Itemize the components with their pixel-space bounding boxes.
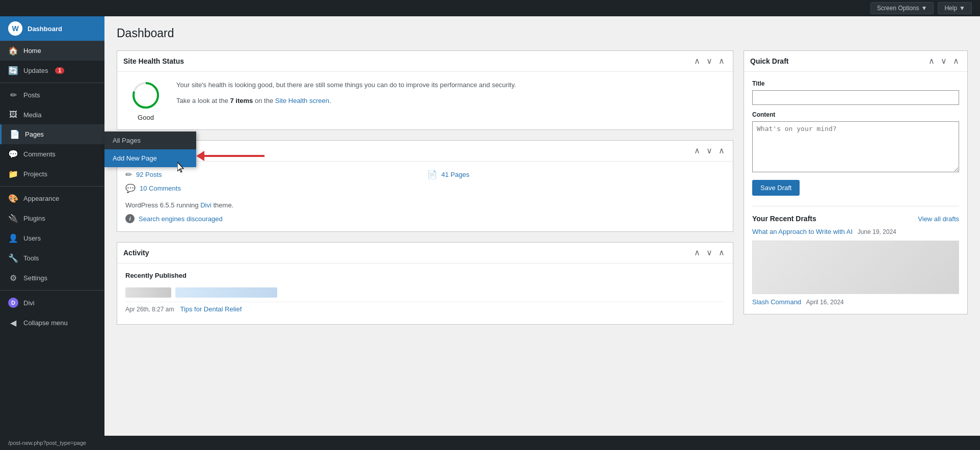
sidebar-item-tools[interactable]: 🔧 Tools: [0, 248, 104, 268]
site-health-collapse-up[interactable]: ∧: [692, 56, 702, 66]
at-a-glance-toggle[interactable]: ∧: [717, 146, 727, 156]
site-health-collapse-down[interactable]: ∨: [704, 56, 714, 66]
projects-icon: 📁: [8, 169, 18, 179]
draft-content-textarea[interactable]: [752, 121, 959, 172]
health-status-label: Good: [138, 114, 154, 121]
activity-date: Apr 26th, 8:27 am: [125, 306, 174, 313]
updates-icon: 🔄: [8, 66, 18, 75]
users-icon: 👤: [8, 233, 18, 243]
draft-item-2: Slash Command April 16, 2024: [752, 298, 959, 306]
draft-item-1: What an Approach to Write with AI June 1…: [752, 228, 959, 235]
content-label: Content: [752, 111, 959, 118]
title-label: Title: [752, 80, 959, 87]
appearance-icon: 🎨: [8, 194, 18, 203]
draft-title-input[interactable]: [752, 90, 959, 105]
left-column: Site Health Status ∧ ∨ ∧: [117, 50, 733, 335]
status-bar-url[interactable]: /post-new.php?post_type=page: [8, 440, 86, 446]
recent-drafts-title: Your Recent Drafts: [752, 215, 816, 223]
right-column: Quick Draft ∧ ∨ ∧ Title Content Save Dra…: [744, 50, 968, 325]
draft-2-title-link[interactable]: Slash Command: [752, 298, 801, 306]
site-health-screen-link[interactable]: Site Health screen: [275, 97, 329, 104]
theme-link[interactable]: Divi: [200, 201, 211, 209]
screen-options-button[interactable]: Screen Options ▼: [870, 2, 934, 14]
pages-icon: 📄: [10, 129, 20, 139]
divi-icon: D: [8, 298, 18, 308]
wp-icon: W: [8, 21, 22, 36]
quick-draft-controls: ∧ ∨ ∧: [926, 56, 961, 66]
search-engines-link[interactable]: Search engines discouraged: [139, 215, 223, 223]
sidebar-item-home[interactable]: 🏠 Home: [0, 41, 104, 61]
sidebar-divider-3: [0, 290, 104, 290]
quick-draft-collapse-down[interactable]: ∨: [939, 56, 949, 66]
main-layout: W Dashboard 🏠 Home 🔄 Updates 1 ✏ Posts 🖼…: [0, 16, 980, 436]
activity-post-link[interactable]: Tips for Dental Relief: [180, 305, 242, 313]
pages-stat-icon: 📄: [427, 170, 437, 179]
recent-drafts-section: Your Recent Drafts View all drafts What …: [752, 206, 959, 306]
main-content: Dashboard Site Health Status ∧ ∨ ∧: [104, 16, 980, 436]
glance-pages[interactable]: 📄 41 Pages: [427, 170, 725, 179]
glance-posts[interactable]: ✏ 92 Posts: [125, 170, 423, 179]
sidebar-item-plugins[interactable]: 🔌 Plugins: [0, 208, 104, 228]
activity-body: Recently Published Apr 26th, 8:27 am Tip…: [117, 263, 733, 324]
quick-draft-title: Quick Draft: [750, 57, 788, 65]
glance-stats-grid: ✏ 92 Posts 📄 41 Pages 💬 10 Comments: [125, 170, 725, 193]
sidebar-divider-2: [0, 186, 104, 187]
widget-row-top: Site Health Status ∧ ∨ ∧: [117, 50, 968, 335]
activity-toggle[interactable]: ∧: [717, 248, 727, 258]
info-icon: i: [125, 214, 135, 223]
view-all-drafts-link[interactable]: View all drafts: [918, 215, 959, 223]
activity-item-1: [125, 283, 725, 302]
sidebar-item-comments[interactable]: 💬 Comments: [0, 144, 104, 164]
activity-thumbnail: [125, 287, 171, 298]
quick-draft-toggle[interactable]: ∧: [951, 56, 961, 66]
home-icon: 🏠: [8, 46, 18, 56]
quick-draft-collapse-up[interactable]: ∧: [926, 56, 937, 66]
sidebar-item-users[interactable]: 👤 Users: [0, 228, 104, 248]
recently-published-title: Recently Published: [125, 272, 725, 279]
save-draft-button[interactable]: Save Draft: [752, 180, 800, 196]
plugins-icon: 🔌: [8, 214, 18, 223]
activity-header: Activity ∧ ∨ ∧: [117, 243, 733, 263]
posts-stat-icon: ✏: [125, 170, 132, 179]
draft-1-title-link[interactable]: What an Approach to Write with AI: [752, 228, 853, 235]
site-health-panel: Site Health Status ∧ ∨ ∧: [117, 50, 733, 130]
updates-badge: 1: [55, 67, 64, 74]
sidebar-item-media[interactable]: 🖼 Media: [0, 105, 104, 124]
sidebar-item-posts[interactable]: ✏ Posts: [0, 85, 104, 105]
sidebar-item-pages[interactable]: 📄 Pages: [0, 124, 104, 144]
site-health-controls: ∧ ∨ ∧: [692, 56, 727, 66]
glance-comments[interactable]: 💬 10 Comments: [125, 183, 423, 193]
sidebar: W Dashboard 🏠 Home 🔄 Updates 1 ✏ Posts 🖼…: [0, 16, 104, 436]
health-content: Good Your site's health is looking good,…: [125, 80, 725, 121]
site-health-toggle[interactable]: ∧: [717, 56, 727, 66]
at-a-glance-collapse-down[interactable]: ∨: [704, 146, 714, 156]
health-circle-wrap: Good: [125, 80, 166, 121]
at-a-glance-collapse-up[interactable]: ∧: [692, 146, 702, 156]
sidebar-item-appearance[interactable]: 🎨 Appearance: [0, 189, 104, 208]
red-arrow-indicator: [196, 151, 264, 161]
sidebar-dashboard-logo[interactable]: W Dashboard: [0, 16, 104, 41]
help-button[interactable]: Help ▼: [938, 2, 972, 14]
health-circle-svg: [130, 80, 161, 111]
comments-stat-icon: 💬: [125, 183, 136, 193]
wp-version-info: WordPress 6.5.5 running Divi theme.: [125, 201, 725, 209]
at-a-glance-body: ✏ 92 Posts 📄 41 Pages 💬 10 Comments: [117, 162, 733, 231]
comments-icon: 💬: [8, 149, 18, 159]
sidebar-item-projects[interactable]: 📁 Projects: [0, 164, 104, 184]
recent-drafts-header: Your Recent Drafts View all drafts: [752, 215, 959, 223]
at-a-glance-controls: ∧ ∨ ∧: [692, 146, 727, 156]
quick-draft-body: Title Content Save Draft Your Recent Dra…: [744, 72, 967, 314]
sidebar-collapse-button[interactable]: ◀ Collapse menu: [0, 313, 104, 333]
sidebar-item-updates[interactable]: 🔄 Updates 1: [0, 61, 104, 81]
activity-collapse-down[interactable]: ∨: [704, 248, 714, 258]
site-health-body: Good Your site's health is looking good,…: [117, 72, 733, 129]
sidebar-item-settings[interactable]: ⚙ Settings: [0, 268, 104, 288]
add-new-page-menu-item[interactable]: Add New Page: [104, 149, 196, 167]
all-pages-menu-item[interactable]: All Pages: [104, 131, 196, 149]
tools-icon: 🔧: [8, 253, 18, 263]
site-health-header: Site Health Status ∧ ∨ ∧: [117, 51, 733, 72]
sidebar-item-divi[interactable]: D Divi: [0, 293, 104, 313]
red-arrow-line: [203, 155, 264, 157]
draft-2-date: April 16, 2024: [806, 299, 844, 306]
activity-collapse-up[interactable]: ∧: [692, 248, 702, 258]
